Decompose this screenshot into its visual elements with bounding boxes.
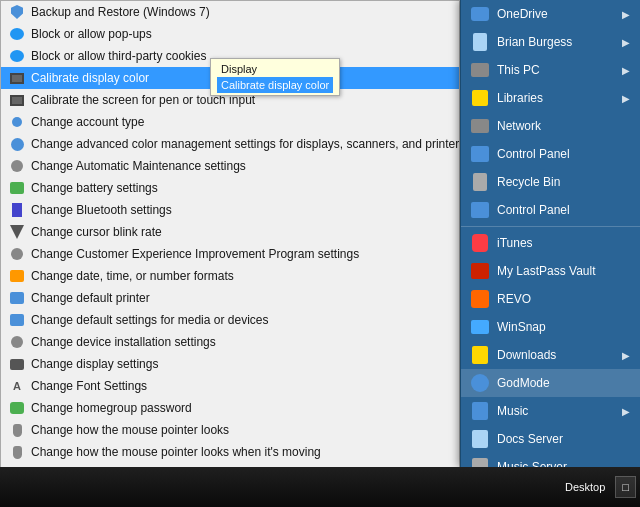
menu-item-homegroup[interactable]: Change homegroup password xyxy=(1,397,459,419)
menu-item-cursor-blink[interactable]: Change cursor blink rate xyxy=(1,221,459,243)
winsnap-icon xyxy=(471,318,489,336)
controlpanel2-icon xyxy=(471,201,489,219)
cookies-icon xyxy=(9,48,25,64)
menu-divider xyxy=(461,226,640,227)
start-item-user[interactable]: Brian Burgess ▶ xyxy=(461,28,640,56)
menu-item-battery[interactable]: Change battery settings xyxy=(1,177,459,199)
menu-item-popups[interactable]: Block or allow pop-ups xyxy=(1,23,459,45)
start-item-onedrive[interactable]: OneDrive ▶ xyxy=(461,0,640,28)
lastpass-icon xyxy=(471,262,489,280)
menu-item-font[interactable]: A Change Font Settings xyxy=(1,375,459,397)
display-settings-icon xyxy=(9,356,25,372)
start-item-godmode[interactable]: GodMode xyxy=(461,369,640,397)
color-mgmt-icon xyxy=(9,136,25,152)
backup-icon xyxy=(9,4,25,20)
font-icon: A xyxy=(9,378,25,394)
start-item-network[interactable]: Network xyxy=(461,112,640,140)
menu-item-device-install[interactable]: Change device installation settings xyxy=(1,331,459,353)
menu-item-display-settings[interactable]: Change display settings xyxy=(1,353,459,375)
desktop: Backup and Restore (Windows 7) Block or … xyxy=(0,0,640,507)
start-item-libraries[interactable]: Libraries ▶ xyxy=(461,84,640,112)
start-item-revo[interactable]: REVO xyxy=(461,285,640,313)
network-icon xyxy=(471,117,489,135)
start-item-docs[interactable]: Docs Server xyxy=(461,425,640,453)
menu-item-color-mgmt[interactable]: Change advanced color management setting… xyxy=(1,133,459,155)
arrow-icon: ▶ xyxy=(622,9,630,20)
printer-icon xyxy=(9,290,25,306)
arrow-icon: ▶ xyxy=(622,406,630,417)
homegroup-icon xyxy=(9,400,25,416)
calibrate-icon xyxy=(9,70,25,86)
docs-icon xyxy=(471,430,489,448)
menu-item-media[interactable]: Change default settings for media or dev… xyxy=(1,309,459,331)
menu-item-backup[interactable]: Backup and Restore (Windows 7) xyxy=(1,1,459,23)
popups-icon xyxy=(9,26,25,42)
datetime-icon xyxy=(9,268,25,284)
start-menu-right: OneDrive ▶ Brian Burgess ▶ This PC ▶ Lib… xyxy=(460,0,640,467)
arrow-icon: ▶ xyxy=(622,93,630,104)
user-icon xyxy=(471,33,489,51)
cursor-blink-icon xyxy=(9,224,25,240)
account-icon xyxy=(9,114,25,130)
menu-item-bluetooth[interactable]: Change Bluetooth settings xyxy=(1,199,459,221)
menu-item-mouse-looks[interactable]: Change how the mouse pointer looks xyxy=(1,419,459,441)
downloads-icon xyxy=(471,346,489,364)
menu-item-ceip[interactable]: Change Customer Experience Improvement P… xyxy=(1,243,459,265)
tooltip-item-display[interactable]: Display xyxy=(217,61,333,77)
arrow-icon: ▶ xyxy=(622,65,630,76)
musicserver-icon xyxy=(471,458,489,467)
calibrate-pen-icon xyxy=(9,92,25,108)
arrow-icon: ▶ xyxy=(622,37,630,48)
tooltip-item-calibrate[interactable]: Calibrate display color xyxy=(217,77,333,93)
start-item-music[interactable]: Music ▶ xyxy=(461,397,640,425)
start-item-downloads[interactable]: Downloads ▶ xyxy=(461,341,640,369)
start-item-lastpass[interactable]: My LastPass Vault xyxy=(461,257,640,285)
ceip-icon xyxy=(9,246,25,262)
start-item-thispc[interactable]: This PC ▶ xyxy=(461,56,640,84)
libraries-icon xyxy=(471,89,489,107)
show-desktop-button[interactable]: □ xyxy=(615,476,636,498)
tooltip-popup: Display Calibrate display color xyxy=(210,58,340,96)
start-item-itunes[interactable]: iTunes xyxy=(461,229,640,257)
maintenance-icon xyxy=(9,158,25,174)
arrow-icon: ▶ xyxy=(622,350,630,361)
taskbar-right: Desktop □ xyxy=(557,476,636,498)
taskbar: Desktop □ xyxy=(0,467,640,507)
menu-item-maintenance[interactable]: Change Automatic Maintenance settings xyxy=(1,155,459,177)
music-icon xyxy=(471,402,489,420)
taskbar-desktop-label: Desktop xyxy=(557,477,613,497)
mouse-looks-icon xyxy=(9,422,25,438)
mouse-moving-icon xyxy=(9,444,25,460)
thispc-icon xyxy=(471,61,489,79)
menu-item-printer[interactable]: Change default printer xyxy=(1,287,459,309)
recycle-icon xyxy=(471,173,489,191)
bluetooth-icon xyxy=(9,202,25,218)
start-item-controlpanel[interactable]: Control Panel xyxy=(461,140,640,168)
start-item-winsnap[interactable]: WinSnap xyxy=(461,313,640,341)
start-item-recycle[interactable]: Recycle Bin xyxy=(461,168,640,196)
menu-item-datetime[interactable]: Change date, time, or number formats xyxy=(1,265,459,287)
device-install-icon xyxy=(9,334,25,350)
menu-item-mouse-moving[interactable]: Change how the mouse pointer looks when … xyxy=(1,441,459,463)
revo-icon xyxy=(471,290,489,308)
onedrive-icon xyxy=(471,5,489,23)
start-item-controlpanel2[interactable]: Control Panel xyxy=(461,196,640,224)
media-icon xyxy=(9,312,25,328)
start-item-musicserver[interactable]: Music Server xyxy=(461,453,640,467)
godmode-icon xyxy=(471,374,489,392)
controlpanel-icon xyxy=(471,145,489,163)
menu-item-account[interactable]: Change account type xyxy=(1,111,459,133)
battery-icon xyxy=(9,180,25,196)
itunes-icon xyxy=(471,234,489,252)
